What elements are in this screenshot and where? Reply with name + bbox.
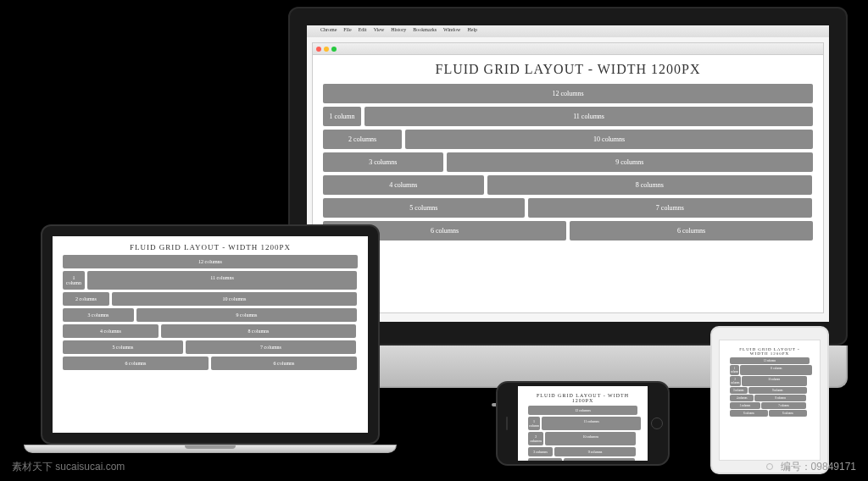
grid-column: 7 columns (186, 340, 356, 354)
iphone-device: FLUID GRID LAYOUT - WIDTH 1200PX12 colum… (496, 381, 670, 466)
grid-column: 1 column (63, 271, 85, 290)
grid-row: 2 columns10 columns (63, 292, 358, 306)
grid-column: 9 columns (447, 152, 814, 172)
grid-column: 6 columns (730, 410, 768, 417)
grid-column: 8 columns (487, 175, 812, 195)
macbook-bezel: FLUID GRID LAYOUT - WIDTH 1200PX12 colum… (41, 224, 380, 445)
menu-item[interactable]: Bookmarks (413, 27, 437, 36)
grid-column: 1 column (730, 365, 739, 375)
watermark-left: 素材天下 sucaisucai.com (12, 460, 125, 474)
grid-row: 12 columns (730, 357, 810, 364)
grid-page-macbook: FLUID GRID LAYOUT - WIDTH 1200PX12 colum… (53, 236, 368, 379)
page-title: FLUID GRID LAYOUT - WIDTH 1200PX (528, 393, 637, 403)
menu-item[interactable]: Edit (359, 27, 367, 36)
grid-column: 1 column (323, 107, 361, 126)
grid-row: 12 columns (63, 255, 358, 268)
grid-column: 4 columns (63, 324, 159, 338)
grid-column: 12 columns (323, 84, 813, 103)
grid-row: 5 columns7 columns (730, 402, 810, 409)
grid-column: 6 columns (211, 357, 357, 370)
grid-row: 1 column11 columns (528, 417, 637, 430)
grid-column: 6 columns (769, 410, 807, 417)
grid-column: 9 columns (554, 447, 636, 456)
grid-column: 2 columns (63, 292, 109, 306)
iphone-screen: FLUID GRID LAYOUT - WIDTH 1200PX12 colum… (518, 386, 648, 461)
macbook-base (24, 445, 397, 453)
grid-row: 1 column11 columns (730, 365, 810, 375)
grid-page-ipad: FLUID GRID LAYOUT - WIDTH 1200PX12 colum… (720, 340, 820, 424)
grid-row: 6 columns6 columns (730, 410, 810, 417)
grid-row: 3 columns9 columns (730, 387, 810, 394)
grid-column: 2 columns (323, 130, 402, 149)
grid-row: 4 columns8 columns (63, 324, 358, 338)
grid-row: 2 columns10 columns (323, 130, 813, 149)
iphone-speaker (506, 417, 508, 430)
grid-page-imac: FLUID GRID LAYOUT - WIDTH 1200PX12 colum… (313, 55, 823, 251)
grid-column: 10 columns (742, 376, 807, 386)
grid-column: 2 columns (730, 376, 741, 386)
grid-row: 3 columns9 columns (323, 152, 813, 172)
grid-column: 7 columns (761, 402, 806, 409)
grid-row: 6 columns6 columns (63, 357, 358, 370)
grid-row: 3 columns9 columns (63, 308, 358, 322)
grid-column: 12 columns (63, 255, 358, 268)
minimize-icon[interactable] (324, 47, 329, 52)
grid-page-iphone: FLUID GRID LAYOUT - WIDTH 1200PX12 colum… (518, 386, 648, 461)
grid-column: 6 columns (63, 357, 209, 370)
grid-row: 5 columns7 columns (63, 340, 358, 354)
zoom-icon[interactable] (331, 47, 337, 52)
grid-row: 12 columns (528, 406, 637, 415)
grid-column: 10 columns (405, 130, 813, 149)
grid-row: 1 column11 columns (323, 107, 813, 126)
grid-column: 3 columns (323, 152, 443, 172)
page-title: FLUID GRID LAYOUT - WIDTH 1200PX (63, 243, 358, 252)
grid-row: 4 columns8 columns (528, 458, 637, 461)
grid-column: 11 columns (87, 271, 357, 290)
home-button-icon[interactable] (651, 417, 663, 429)
page-title: FLUID GRID LAYOUT - WIDTH 1200PX (730, 347, 810, 356)
grid-row: 2 columns10 columns (528, 432, 637, 445)
grid-column: 8 columns (564, 458, 635, 461)
grid-row: 4 columns8 columns (323, 175, 813, 195)
grid-column: 12 columns (730, 357, 810, 364)
close-icon[interactable] (316, 47, 321, 52)
home-button-icon[interactable] (766, 463, 773, 470)
grid-column: 12 columns (528, 406, 637, 415)
watermark-right: 编号：09849171 (781, 460, 856, 474)
page-title: FLUID GRID LAYOUT - WIDTH 1200PX (323, 62, 813, 77)
ipad-device: FLUID GRID LAYOUT - WIDTH 1200PX12 colum… (710, 326, 829, 474)
grid-column: 3 columns (63, 308, 134, 322)
menu-item[interactable]: Window (443, 27, 460, 36)
grid-row: 5 columns7 columns (323, 198, 813, 218)
menu-item[interactable]: Help (467, 27, 477, 36)
grid-column: 1 column (528, 417, 540, 430)
grid-row: 1 column11 columns (63, 271, 358, 290)
grid-column: 4 columns (528, 458, 562, 461)
grid-column: 7 columns (528, 198, 812, 218)
grid-row: 4 columns8 columns (730, 395, 810, 401)
grid-column: 5 columns (323, 198, 525, 218)
menu-item[interactable]: File (343, 27, 351, 36)
grid-column: 3 columns (528, 447, 553, 456)
menu-item[interactable]: View (374, 27, 385, 36)
macbook-device: FLUID GRID LAYOUT - WIDTH 1200PX12 colum… (24, 224, 397, 478)
grid-column: 10 columns (545, 432, 635, 445)
grid-column: 4 columns (323, 175, 484, 195)
grid-column: 3 columns (730, 387, 748, 394)
grid-column: 11 columns (542, 417, 641, 430)
grid-column: 9 columns (748, 387, 808, 394)
macbook-notch (185, 445, 236, 449)
grid-column: 8 columns (754, 395, 806, 401)
grid-column: 5 columns (63, 340, 183, 354)
grid-column: 11 columns (740, 365, 812, 375)
grid-row: 3 columns9 columns (528, 447, 637, 456)
grid-column: 4 columns (730, 395, 754, 401)
macbook-screen: FLUID GRID LAYOUT - WIDTH 1200PX12 colum… (53, 236, 368, 433)
grid-column: 11 columns (364, 107, 813, 126)
osx-menubar[interactable]: Chrome File Edit View History Bookmarks … (307, 25, 829, 37)
menu-item[interactable]: History (391, 27, 406, 36)
grid-column: 8 columns (161, 324, 356, 338)
grid-column: 10 columns (112, 292, 357, 306)
menu-item[interactable]: Chrome (320, 27, 337, 36)
browser-titlebar[interactable] (313, 43, 823, 55)
